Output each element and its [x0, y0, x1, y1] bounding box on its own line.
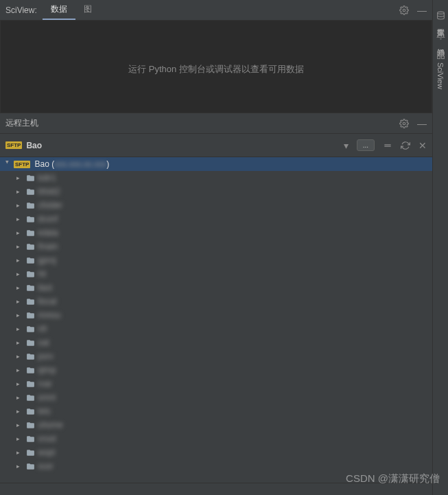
rail-item-notifications[interactable]: 通知 [434, 27, 447, 47]
database-icon [436, 11, 445, 20]
rail-item-sciview[interactable]: SciView [435, 47, 447, 93]
folder-label: rvar [38, 379, 52, 389]
folder-label: nfr [38, 324, 47, 334]
folder-icon [26, 462, 35, 471]
folder-label: oat [38, 338, 49, 347]
folder-label: fmain [38, 242, 58, 251]
folder-label: wopt [38, 448, 55, 457]
minimize-icon[interactable]: — [417, 5, 427, 16]
tree-row[interactable]: ▸psrv [0, 349, 432, 363]
tree-row[interactable]: ▸fmain [0, 240, 432, 253]
gear-icon[interactable] [399, 119, 409, 128]
root-close: ) [106, 159, 109, 169]
tree-row[interactable]: ▸cfolder [0, 198, 432, 212]
svg-rect-6 [441, 56, 444, 59]
tree-row[interactable]: ▸dconf [0, 212, 432, 226]
chevron-right-icon: ▸ [16, 243, 23, 250]
tree-row[interactable]: ▸gproj [0, 253, 432, 267]
folder-icon [26, 325, 35, 334]
rail-label: SciView [436, 62, 445, 89]
close-icon[interactable]: ✕ [418, 140, 427, 151]
tree-row[interactable]: ▸ilast [0, 281, 432, 295]
sftp-badge: SFTP [14, 161, 30, 168]
tree-row[interactable]: ▸nfr [0, 322, 432, 336]
tree-row[interactable]: ▸bdir1 [0, 171, 432, 185]
sciview-empty-text: 运行 Python 控制台或调试器以查看可用数据 [128, 63, 304, 76]
refresh-icon[interactable] [401, 141, 410, 150]
folder-label: edata [38, 228, 58, 238]
tree-row[interactable]: ▸rvar [0, 377, 432, 391]
folder-label: dconf [38, 214, 58, 224]
sciview-header: SciView: 数据 图 — [0, 0, 432, 21]
chevron-right-icon: ▸ [16, 174, 23, 181]
chevron-right-icon: ▸ [16, 463, 23, 470]
sciview-title: SciView: [5, 5, 37, 15]
tree-root[interactable]: ▸ SFTP Bao (xxx.xxx.xx.xxx) [0, 157, 432, 171]
svg-rect-5 [437, 56, 440, 59]
folder-icon [26, 338, 35, 347]
chevron-right-icon: ▸ [16, 216, 23, 222]
chevron-down-icon[interactable]: ▾ [344, 140, 349, 151]
chevron-right-icon: ▸ [16, 229, 23, 236]
folder-label: psrv [38, 352, 54, 361]
minimize-icon[interactable]: — [417, 118, 427, 129]
browse-button[interactable]: ... [357, 139, 375, 151]
tree-row[interactable]: ▸bfold2 [0, 185, 432, 198]
chevron-right-icon: ▸ [16, 367, 23, 373]
folder-icon [26, 393, 35, 402]
remote-tree[interactable]: ▸ SFTP Bao (xxx.xxx.xx.xxx) ▸bdir1▸bfold… [0, 157, 432, 483]
sftp-badge: SFTP [5, 141, 22, 149]
folder-icon [26, 380, 35, 389]
tab-plot[interactable]: 图 [75, 0, 100, 20]
folder-label: llocal [38, 297, 56, 306]
tree-row[interactable]: ▸uhome [0, 418, 432, 432]
svg-point-2 [437, 12, 444, 14]
tree-row[interactable]: ▸oat [0, 336, 432, 349]
tree-row[interactable]: ▸hli [0, 267, 432, 281]
tree-row[interactable]: ▸mresu [0, 308, 432, 322]
svg-rect-3 [437, 52, 440, 55]
folder-label: bfold2 [38, 187, 60, 196]
tree-row[interactable]: ▸edata [0, 226, 432, 240]
chevron-right-icon: ▸ [16, 422, 23, 428]
tree-row[interactable]: ▸smnt [0, 391, 432, 404]
tree-row[interactable]: ▸wopt [0, 446, 432, 459]
connection-name[interactable]: Bao [26, 141, 42, 150]
remote-title: 远程主机 [5, 117, 38, 129]
chevron-right-icon: ▸ [16, 353, 23, 360]
collapse-icon[interactable] [383, 141, 392, 150]
folder-icon [26, 229, 35, 238]
svg-rect-4 [441, 52, 444, 55]
folder-icon [26, 201, 35, 210]
chevron-right-icon: ▸ [16, 312, 23, 319]
tree-row[interactable]: ▸qtmp [0, 363, 432, 377]
folder-label: cfolder [38, 200, 62, 210]
folder-label: bdir1 [38, 173, 56, 183]
folder-icon [26, 352, 35, 361]
tree-row[interactable]: ▸llocal [0, 295, 432, 308]
chevron-right-icon: ▸ [16, 257, 23, 264]
tree-row[interactable]: ▸vroot [0, 432, 432, 446]
rail-item-database[interactable]: 数据库 [434, 7, 447, 27]
chevron-right-icon: ▸ [16, 435, 23, 442]
svg-point-0 [403, 9, 405, 12]
folder-icon [26, 174, 35, 183]
chevron-right-icon: ▸ [16, 298, 23, 305]
chevron-right-icon: ▸ [16, 408, 23, 415]
grid-icon [436, 51, 445, 60]
tab-data[interactable]: 数据 [43, 0, 75, 20]
bell-icon [436, 31, 445, 40]
chevron-right-icon: ▸ [16, 270, 23, 277]
folder-label: xusr [38, 461, 54, 471]
folder-icon [26, 435, 35, 444]
chevron-right-icon: ▸ [16, 339, 23, 346]
folder-icon [26, 297, 35, 306]
tree-row[interactable]: ▸xusr [0, 459, 432, 473]
root-label: Bao ( [34, 159, 54, 169]
chevron-right-icon: ▸ [16, 380, 23, 387]
folder-icon [26, 270, 35, 279]
gear-icon[interactable] [399, 5, 409, 15]
chevron-right-icon: ▸ [16, 449, 23, 456]
chevron-right-icon: ▸ [16, 325, 23, 332]
tree-row[interactable]: ▸tetc [0, 404, 432, 418]
